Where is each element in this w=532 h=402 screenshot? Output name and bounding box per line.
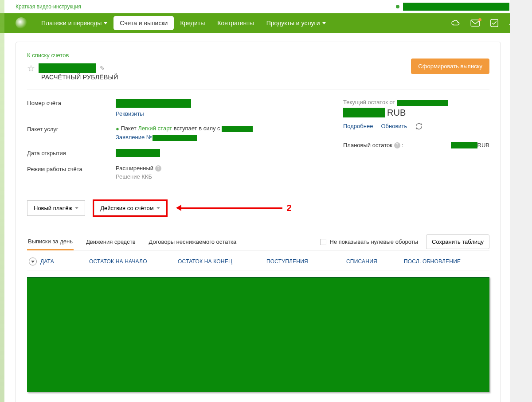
video-instruction-link[interactable]: Краткая видео-инструкция: [16, 4, 81, 10]
separator: [27, 90, 489, 90]
requisites-link[interactable]: Реквизиты: [116, 110, 144, 117]
page-left-stripe: [0, 0, 4, 402]
caret-down-icon: [104, 22, 107, 24]
sort-toggle-icon[interactable]: [29, 258, 37, 265]
save-table-button[interactable]: Сохранить таблицу: [426, 234, 489, 249]
nav-accounts-label: Счета и выписки: [120, 20, 168, 27]
hide-zero-label: Не показывать нулевые обороты: [330, 238, 419, 245]
annotation-number: 2: [287, 203, 292, 213]
current-balance-head: Текущий остаток от: [343, 99, 397, 105]
table-body-redacted: [27, 277, 489, 392]
main-nav: Платежи и переводы Счета и выписки Креди…: [0, 13, 532, 33]
checkbox-icon: [320, 239, 326, 245]
account-number-label: Номер счёта: [27, 99, 116, 106]
status-dot-icon: [396, 5, 399, 8]
planned-amount-redacted: [451, 142, 477, 148]
user-name-redacted: [403, 3, 509, 11]
nav-payments[interactable]: Платежи и переводы: [35, 15, 113, 31]
col-date[interactable]: ДАТА: [40, 258, 89, 265]
help-icon[interactable]: ?: [394, 142, 400, 148]
favorite-star-icon[interactable]: ☆: [27, 63, 35, 74]
col-last-update[interactable]: ПОСЛ. ОБНОВЛЕНИЕ: [404, 258, 488, 265]
cloud-icon[interactable]: [451, 19, 461, 27]
package-name-link[interactable]: Легкий старт: [138, 125, 172, 132]
bullet-icon: ●: [116, 125, 119, 132]
col-opening-balance[interactable]: ОСТАТОК НА НАЧАЛО: [89, 258, 178, 265]
balance-amount-redacted: [343, 108, 385, 117]
application-link[interactable]: Заявление №: [116, 134, 153, 141]
col-inflows[interactable]: ПОСТУПЛЕНИЯ: [266, 258, 346, 265]
account-mode-value: Расширенный: [116, 165, 153, 172]
nav-payments-label: Платежи и переводы: [41, 20, 102, 27]
account-actions-button[interactable]: Действия со счётом: [94, 201, 166, 215]
arrow-line-icon: [180, 207, 282, 209]
pkg-suffix: вступает в силу с: [172, 125, 222, 132]
svg-rect-0: [471, 20, 480, 26]
application-no-redacted: [153, 135, 197, 141]
balance-currency: RUB: [387, 108, 406, 118]
nav-counterparties[interactable]: Контрагенты: [211, 15, 260, 31]
help-icon[interactable]: ?: [155, 165, 161, 172]
nav-products-label: Продукты и услуги: [266, 20, 320, 27]
bank-logo-icon[interactable]: [16, 17, 27, 29]
page-right-gutter: [510, 0, 532, 402]
annotation-arrow: 2: [180, 203, 292, 213]
refresh-icon[interactable]: [415, 122, 423, 130]
tab-min-balance-contracts[interactable]: Договоры неснижаемого остатка: [148, 234, 238, 250]
table-header: ДАТА ОСТАТОК НА НАЧАЛО ОСТАТОК НА КОНЕЦ …: [27, 253, 489, 270]
col-closing-balance[interactable]: ОСТАТОК НА КОНЕЦ: [178, 258, 266, 265]
nav-accounts[interactable]: Счета и выписки: [113, 16, 174, 30]
caret-down-icon: [322, 22, 326, 24]
tab-daily-statements[interactable]: Выписки за день: [27, 234, 74, 250]
nav-products[interactable]: Продукты и услуги: [260, 15, 332, 31]
mail-badge-icon: [478, 18, 481, 21]
account-actions-label: Действия со счётом: [100, 205, 153, 211]
account-name-redacted: [39, 63, 96, 73]
nav-credits-label: Кредиты: [180, 20, 205, 27]
hide-zero-checkbox[interactable]: Не показывать нулевые обороты: [320, 238, 419, 245]
balance-date-redacted: [397, 100, 448, 106]
balance-refresh-link[interactable]: Обновить: [381, 123, 407, 129]
account-type-label: РАСЧЁТНЫЙ РУБЛЁВЫЙ: [41, 74, 118, 81]
pkg-prefix: Пакет: [121, 125, 138, 132]
open-date-redacted: [116, 149, 160, 157]
nav-credits[interactable]: Кредиты: [174, 15, 211, 31]
back-to-accounts-link[interactable]: К списку счетов: [27, 52, 69, 59]
kkb-decision-text: Решение ККБ: [116, 173, 152, 180]
tasks-icon[interactable]: [490, 19, 499, 27]
new-payment-label: Новый платёж: [34, 205, 72, 211]
col-outflows[interactable]: СПИСАНИЯ: [346, 258, 404, 265]
caret-down-icon: [156, 207, 160, 209]
account-card: К списку счетов ☆ ✎ РАСЧЁТНЫЙ РУБЛЁВЫЙ С…: [16, 42, 501, 402]
package-date-redacted: [222, 126, 253, 132]
balance-details-link[interactable]: Подробнее: [343, 123, 373, 129]
generate-statement-button[interactable]: Сформировать выписку: [411, 59, 489, 74]
new-payment-button[interactable]: Новый платёж: [27, 200, 85, 216]
edit-pencil-icon[interactable]: ✎: [100, 65, 105, 72]
planned-currency: RUB: [477, 142, 489, 148]
nav-counterparties-label: Контрагенты: [217, 20, 254, 27]
caret-down-icon: [75, 207, 78, 209]
service-package-label: Пакет услуг: [27, 125, 116, 133]
planned-balance-label: Плановый остаток: [343, 142, 392, 148]
tab-movements[interactable]: Движения средств: [85, 234, 137, 250]
account-mode-label: Режим работы счёта: [27, 165, 116, 172]
mail-icon[interactable]: [470, 20, 480, 27]
open-date-label: Дата открытия: [27, 149, 116, 156]
user-menu[interactable]: [396, 3, 516, 11]
account-number-redacted: [116, 99, 191, 108]
